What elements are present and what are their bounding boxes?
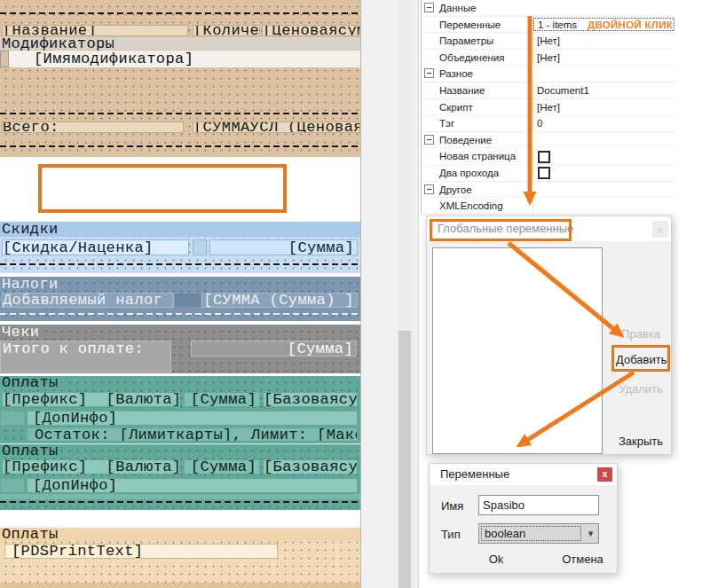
property-category-behavior[interactable]: Поведение: [422, 132, 675, 149]
field-pay-prefix[interactable]: [Префикс] [Валюта]: [2, 459, 180, 474]
band-payments-2[interactable]: Оплаты [Префикс] [Валюта] [Сумма] [Базов…: [0, 444, 360, 510]
property-row-xmlencoding[interactable]: XMLEncoding: [422, 198, 675, 215]
band-payments-3[interactable]: Оплаты [PDSPrintText]: [0, 528, 360, 588]
band-header-payments[interactable]: Оплаты: [0, 528, 360, 541]
collapse-icon[interactable]: [424, 184, 434, 194]
two-pass-checkbox[interactable]: [538, 167, 550, 179]
property-label: XMLEncoding: [439, 200, 503, 211]
band-header-taxes[interactable]: Налоги: [0, 277, 360, 291]
scrollbar-thumb[interactable]: [398, 331, 411, 588]
field-pds-print-text[interactable]: [PDSPrintText]: [4, 544, 278, 559]
property-row-unions[interactable]: Объединения[Нет]: [422, 50, 675, 67]
pay-spacer-cell[interactable]: [0, 411, 25, 426]
property-label: Название: [439, 85, 485, 96]
collapse-icon[interactable]: [424, 135, 434, 145]
chevron-down-icon: ▾: [583, 524, 598, 543]
property-value[interactable]: [Нет]: [537, 33, 560, 50]
new-page-checkbox[interactable]: [538, 151, 550, 163]
property-row-tag[interactable]: Тэг0: [422, 115, 675, 132]
add-button[interactable]: Добавить: [616, 350, 666, 370]
band-taxes[interactable]: Налоги Добавляемый налог [СУММА (Сумма) …: [0, 277, 360, 321]
field-tax-sum[interactable]: [СУММА (Сумма) ]: [201, 293, 358, 308]
band-header-receipts[interactable]: Чеки: [0, 325, 360, 339]
cancel-button[interactable]: Отмена: [558, 553, 607, 566]
field-pay-prefix[interactable]: [Префикс] [Валюта]: [2, 392, 180, 407]
close-icon[interactable]: x: [652, 221, 668, 238]
dashed-line: [0, 12, 360, 14]
property-value[interactable]: Document1: [537, 82, 589, 99]
band-header-payments[interactable]: Оплаты: [0, 376, 360, 389]
field-discount-sum[interactable]: [Сумма]: [209, 239, 358, 255]
property-category-other[interactable]: Другое: [422, 182, 675, 199]
field-pay-extra[interactable]: [ДопИнфо]: [27, 478, 358, 493]
delete-button: Удалить: [613, 382, 668, 396]
close-icon[interactable]: x: [597, 467, 612, 482]
field-receipt-sum[interactable]: [Сумма]: [191, 341, 357, 357]
field-qty[interactable]: [Количес: [193, 25, 260, 36]
type-dropdown[interactable]: boolean ▾: [478, 523, 599, 544]
field-pay-rest[interactable]: Остаток: [Лимиткарты], Лимит: [МаксСу: [27, 427, 358, 442]
field-pay-sum[interactable]: [Сумма]: [184, 459, 260, 474]
band-header-payments[interactable]: Оплаты: [0, 444, 360, 458]
field-pay-sum[interactable]: [Сумма]: [184, 392, 260, 407]
property-row-two-pass[interactable]: Два прохода: [422, 165, 675, 182]
dialog-titlebar[interactable]: Глобальные переменные x: [427, 216, 671, 241]
band-payments-1[interactable]: Оплаты [Префикс] [Валюта] [Сумма] [Базов…: [0, 376, 360, 443]
property-row-variables[interactable]: Переменные 1 - itemsДВОЙНОЙ КЛИК: [422, 17, 675, 34]
property-category-misc[interactable]: Разное: [422, 66, 675, 82]
edit-button: Правка: [613, 327, 668, 341]
name-value: Spasibo: [483, 498, 525, 512]
field-pay-extra[interactable]: [ДопИнфо]: [27, 411, 358, 426]
property-grid: Данные Переменные 1 - itemsДВОЙНОЙ КЛИК …: [421, 0, 675, 215]
dialog-title: Глобальные переменные: [438, 216, 573, 241]
band-discounts[interactable]: Скидки [Скидка/Наценка] [Сумма]: [0, 222, 360, 273]
property-row-parameters[interactable]: Параметры[Нет]: [422, 33, 675, 50]
property-category-data[interactable]: Данные: [422, 0, 675, 17]
category-label: Данные: [439, 3, 477, 13]
property-row-new-page[interactable]: Новая страница: [422, 148, 675, 165]
variables-listbox[interactable]: [432, 247, 603, 454]
tax-spacer-cell[interactable]: [174, 293, 201, 308]
band-header-modifiers[interactable]: Модификаторы: [0, 37, 360, 50]
modifier-marker-cell[interactable]: [0, 51, 9, 67]
collapse-icon[interactable]: [424, 3, 434, 12]
field-receipt-total-label[interactable]: Итого к оплате:: [0, 341, 171, 372]
name-input[interactable]: Spasibo: [478, 495, 599, 515]
property-row-script[interactable]: Скрипт[Нет]: [422, 99, 675, 116]
ok-button[interactable]: Ok: [483, 553, 509, 566]
report-design-canvas[interactable]: [Название] [Количес [Ценоваясум Модифика…: [0, 0, 360, 588]
field-tax-name[interactable]: Добавляемый налог: [2, 293, 174, 308]
type-label: Тип: [441, 528, 461, 541]
double-click-annotation: ДВОЙНОЙ КЛИК: [588, 19, 673, 32]
field-pay-base[interactable]: [Базоваясум: [263, 459, 358, 474]
field-total-label[interactable]: Всего:: [2, 122, 184, 133]
report-designer-window: [Название] [Количес [Ценоваясум Модифика…: [0, 0, 710, 588]
type-value: boolean: [481, 526, 581, 541]
field-total-value[interactable]: [СУММАУСЛ (Ценоваясу: [193, 122, 360, 133]
property-label: Переменные: [439, 20, 501, 30]
pay-spacer-cell[interactable]: [0, 478, 25, 493]
field-pay-base[interactable]: [Базоваясум: [263, 392, 358, 407]
vertical-scrollbar[interactable]: [398, 0, 412, 588]
collapse-icon[interactable]: [424, 68, 434, 78]
band-strip: [0, 583, 360, 588]
property-label: Тэг: [439, 118, 454, 129]
dashed-line: [0, 113, 360, 114]
field-discount-name[interactable]: [Скидка/Наценка]: [2, 239, 189, 255]
property-value[interactable]: [Нет]: [537, 99, 560, 116]
property-row-name[interactable]: НазваниеDocument1: [422, 82, 675, 99]
dashed-line: [0, 313, 360, 315]
dashed-line: [0, 145, 360, 147]
property-value[interactable]: [Нет]: [537, 50, 560, 67]
band-receipts[interactable]: Чеки Итого к оплате: [Сумма]: [0, 325, 360, 373]
property-value-selected[interactable]: 1 - itemsДВОЙНОЙ КЛИК: [533, 18, 674, 32]
dialog-titlebar[interactable]: Переменные x: [430, 464, 617, 485]
band-items[interactable]: [Название] [Количес [Ценоваясум Модифика…: [0, 0, 360, 157]
property-value[interactable]: 0: [537, 115, 542, 132]
field-price-sum[interactable]: [Ценоваясум: [262, 25, 360, 36]
field-modifier-name[interactable]: [Имямодификатора]: [34, 52, 327, 66]
dialog-title: Переменные: [440, 464, 509, 485]
band-header-discounts[interactable]: Скидки: [0, 222, 360, 237]
discount-spacer-cell[interactable]: [193, 239, 207, 255]
close-button[interactable]: Закрыть: [613, 435, 668, 448]
